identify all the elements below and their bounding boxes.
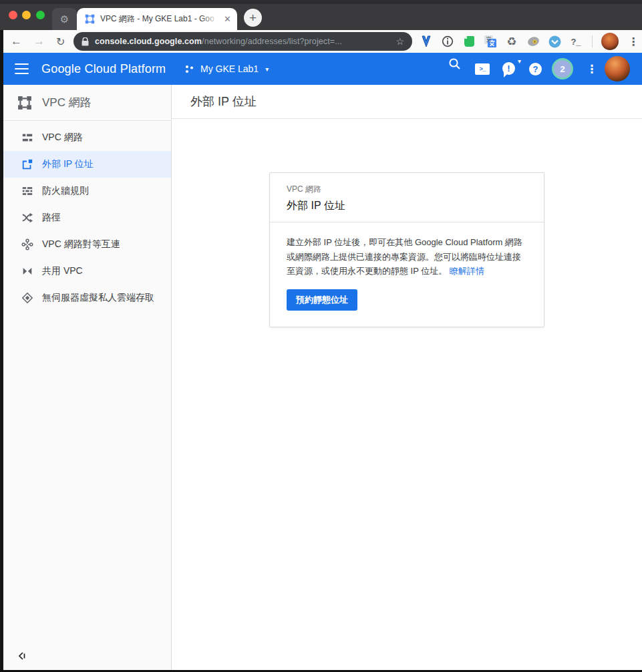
more-options-icon[interactable]: ⋮ [587, 62, 597, 75]
extension-terminal-icon[interactable]: ?_ [569, 34, 583, 49]
zoom-window-button[interactable] [36, 11, 45, 19]
card-title: 外部 IP 位址 [287, 199, 527, 213]
close-window-button[interactable] [9, 11, 17, 19]
learn-more-link[interactable]: 瞭解詳情 [450, 266, 484, 276]
extension-stamp-icon[interactable] [526, 34, 540, 49]
search-icon[interactable] [448, 57, 462, 71]
minimize-window-button[interactable] [22, 11, 31, 19]
sidebar-header: VPC 網路 [0, 85, 171, 121]
empty-state-card: VPC 網路 外部 IP 位址 建立外部 IP 位址後，即可在其他 Google… [269, 172, 544, 327]
active-tab[interactable]: VPC 網路 - My GKE Lab1 - Goo ✕ [77, 8, 237, 30]
subnets-icon [21, 131, 34, 144]
sidebar-item-firewall-rules[interactable]: 防火牆規則 [0, 178, 171, 204]
sidebar-item-vpc-networks[interactable]: VPC 網路 [0, 124, 171, 151]
extension-recycle-icon[interactable]: ♻ [504, 34, 519, 49]
card-description: 建立外部 IP 位址後，即可在其他 Google Cloud Platform … [287, 237, 522, 276]
gcp-header: Google Cloud Platform My GKE Lab1 ▾ >_ !… [0, 53, 642, 85]
notifications-icon[interactable]: ! ▾ [502, 62, 520, 77]
badge-count: 2 [554, 60, 571, 77]
plus-icon: + [249, 11, 257, 24]
sidebar-item-routes[interactable]: 路徑 [0, 204, 171, 231]
extension-info-circle-icon[interactable] [440, 34, 455, 49]
url-domain: console.cloud.google.com [95, 37, 202, 46]
page-title: 外部 IP 位址 [190, 94, 257, 110]
tab-title-fade [201, 13, 221, 25]
notifications-caret-icon: ▾ [518, 57, 521, 65]
url-path: /networking/addresses/list?project=... [202, 37, 342, 46]
sidebar-item-serverless-vpc-access[interactable]: 無伺服器虛擬私人雲端存取 [0, 285, 171, 311]
close-tab-icon[interactable]: ✕ [224, 14, 231, 24]
vpc-network-logo-icon [17, 96, 32, 110]
window-left-edge [0, 30, 3, 672]
back-button[interactable]: ← [11, 30, 22, 53]
project-selector[interactable]: My GKE Lab1 ▾ [184, 53, 269, 85]
reserve-static-address-button[interactable]: 預約靜態位址 [287, 289, 357, 311]
shell-prompt-glyph: >_ [480, 66, 486, 73]
browser-profile-avatar[interactable] [601, 33, 619, 50]
app-body: VPC 網路 VPC 網路 [0, 85, 642, 670]
lock-icon[interactable] [82, 37, 89, 46]
serverless-vpc-icon [21, 291, 34, 305]
help-icon[interactable]: ? [529, 63, 542, 75]
sidebar: VPC 網路 VPC 網路 [0, 85, 172, 670]
extension-evernote-icon[interactable] [462, 34, 476, 49]
sidebar-nav: VPC 網路 外部 IP 位址 [0, 121, 171, 311]
new-tab-button[interactable]: + [244, 9, 262, 27]
browser-menu-icon[interactable]: ⋮ [625, 35, 641, 48]
collapse-sidebar-icon[interactable] [17, 651, 27, 661]
url-text: console.cloud.google.com/networking/addr… [95, 37, 342, 46]
extension-translate-icon[interactable] [483, 34, 498, 49]
card-body: 建立外部 IP 位址後，即可在其他 Google Cloud Platform … [270, 222, 544, 327]
external-ip-icon [21, 158, 34, 171]
forward-button[interactable]: → [33, 30, 45, 53]
pinned-tab[interactable]: ⚙ [52, 8, 77, 30]
tab-title: VPC 網路 - My GKE Lab1 - Goo [100, 13, 221, 25]
cloud-shell-icon[interactable]: >_ [475, 63, 490, 75]
vpc-favicon-icon [85, 14, 95, 24]
sidebar-item-vpc-peering[interactable]: VPC 網路對等互連 [0, 231, 171, 258]
page-content: VPC 網路 外部 IP 位址 建立外部 IP 位址後，即可在其他 Google… [172, 119, 642, 670]
card-eyebrow: VPC 網路 [287, 184, 527, 195]
reload-button[interactable]: ↻ [56, 30, 65, 53]
sidebar-item-external-ip[interactable]: 外部 IP 位址 [0, 151, 171, 178]
peering-icon [21, 238, 34, 251]
tab-strip: ⚙ VPC 網路 - My GKE Lab1 - Goo [0, 0, 642, 30]
sidebar-item-shared-vpc[interactable]: 共用 VPC [0, 258, 171, 285]
notification-bubble: ! [502, 62, 515, 75]
extension-pocket-check-icon[interactable] [547, 34, 562, 49]
chevron-down-icon: ▾ [265, 65, 269, 73]
profile-avatar[interactable] [605, 56, 630, 81]
shared-vpc-icon [21, 265, 34, 278]
project-icon [184, 64, 194, 74]
extensions-row: ♻ ?_ ⋮ [419, 30, 641, 53]
firewall-icon [21, 184, 34, 198]
address-bar[interactable]: console.cloud.google.com/networking/addr… [73, 32, 412, 51]
gcp-logo[interactable]: Google Cloud Platform [41, 53, 166, 85]
page-header: 外部 IP 位址 [172, 85, 642, 119]
toolbar-divider [592, 35, 593, 47]
hamburger-menu-icon[interactable] [15, 63, 29, 74]
bookmark-star-icon[interactable]: ☆ [395, 36, 404, 47]
account-credit-badge[interactable]: 2 [552, 58, 573, 79]
gear-icon: ⚙ [60, 13, 69, 25]
main-panel: 外部 IP 位址 VPC 網路 外部 IP 位址 建立外部 IP 位址後，即可在… [172, 85, 642, 670]
extension-map-pin-icon[interactable] [419, 34, 434, 49]
browser-window: ⚙ VPC 網路 - My GKE Lab1 - Goo [0, 0, 642, 672]
routes-icon [21, 211, 34, 224]
card-header: VPC 網路 外部 IP 位址 [270, 173, 544, 222]
project-name: My GKE Lab1 [200, 63, 259, 74]
sidebar-title: VPC 網路 [42, 95, 92, 110]
